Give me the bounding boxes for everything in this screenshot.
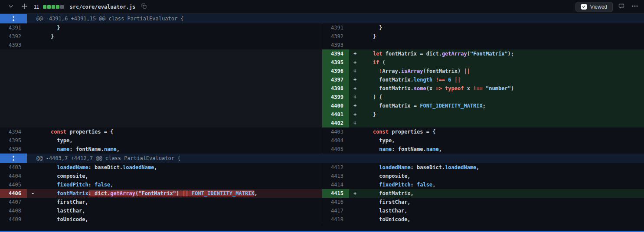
diff-marker (349, 206, 360, 215)
code-line: loadedName: baseDict.loadedName, (360, 163, 644, 172)
diff-marker (27, 75, 38, 84)
diff-row: 4392 }4392 } (0, 32, 644, 41)
diff-side-right: 4418 toUnicode, (322, 215, 644, 224)
line-number (0, 84, 27, 93)
code-line (38, 84, 322, 93)
line-number[interactable]: 4414 (322, 180, 349, 189)
diff-side-right: 4393 (322, 41, 644, 49)
line-number[interactable]: 4394 (0, 127, 27, 136)
line-number[interactable]: 4397 (322, 75, 349, 84)
line-number[interactable]: 4396 (322, 67, 349, 75)
diff-marker (27, 198, 38, 206)
line-number[interactable]: 4398 (322, 84, 349, 93)
code-line: firstChar, (360, 198, 644, 206)
comment-button[interactable] (617, 2, 626, 12)
line-number[interactable]: 4403 (0, 163, 27, 172)
diff-marker (349, 172, 360, 180)
line-number[interactable]: 4413 (322, 172, 349, 180)
diff-side-right: 4412 loadedName: baseDict.loadedName, (322, 163, 644, 172)
diff-row: 4396+ !Array.isArray(fontMatrix) || (0, 67, 644, 75)
line-number[interactable]: 4392 (322, 32, 349, 41)
line-number[interactable]: 4412 (322, 163, 349, 172)
viewed-checkbox[interactable] (581, 4, 587, 10)
diff-side-left (0, 67, 322, 75)
line-number[interactable]: 4417 (322, 206, 349, 215)
line-number[interactable]: 4395 (0, 136, 27, 145)
drag-handle[interactable] (20, 2, 29, 12)
code-line: fontMatrix.length !== 6 || (360, 75, 644, 84)
diff-side-left (0, 49, 322, 58)
line-number[interactable]: 4391 (0, 23, 27, 32)
code-line: !Array.isArray(fontMatrix) || (360, 67, 644, 75)
line-number (0, 49, 27, 58)
diff-marker (27, 136, 38, 145)
line-number[interactable]: 4418 (322, 215, 349, 224)
code-line: } (360, 32, 644, 41)
diff-marker: + (349, 58, 360, 67)
diff-marker (349, 41, 360, 49)
line-number[interactable]: 4391 (322, 23, 349, 32)
diff-side-right: 4391 } (322, 23, 644, 32)
line-number[interactable]: 4415 (322, 189, 349, 198)
code-line (38, 110, 322, 119)
expand-hunk-button[interactable] (0, 14, 27, 23)
line-number[interactable]: 4408 (0, 206, 27, 215)
viewed-toggle[interactable]: Viewed (575, 2, 613, 12)
line-number[interactable]: 4402 (322, 119, 349, 127)
collapse-file-button[interactable] (6, 2, 16, 12)
diff-side-right: 4416 firstChar, (322, 198, 644, 206)
diff-side-right: 4404 type, (322, 136, 644, 145)
code-line: firstChar, (38, 198, 322, 206)
line-number[interactable]: 4405 (0, 180, 27, 189)
diff-row: 4398+ fontMatrix.some(x => typeof x !== … (0, 84, 644, 93)
file-header: 11 src/core/evaluator.js Viewed (0, 0, 644, 14)
diff-side-right: 4396+ !Array.isArray(fontMatrix) || (322, 67, 644, 75)
diff-marker (27, 93, 38, 101)
line-number[interactable]: 4405 (322, 145, 349, 154)
line-number[interactable]: 4393 (0, 41, 27, 49)
line-number[interactable]: 4396 (0, 145, 27, 154)
diff-row: 4395+ if ( (0, 58, 644, 67)
line-number[interactable]: 4403 (322, 127, 349, 136)
code-line: composite, (360, 172, 644, 180)
hunk-header-row: @@ -4403,7 +4412,7 @@ class PartialEvalu… (0, 154, 644, 163)
code-line: const properties = { (38, 127, 322, 136)
code-line: const properties = { (360, 127, 644, 136)
line-number[interactable]: 4409 (0, 215, 27, 224)
file-options-button[interactable] (630, 2, 640, 12)
diffstat-square (47, 5, 51, 9)
unfold-icon (11, 155, 16, 161)
line-number (0, 58, 27, 67)
line-number[interactable]: 4404 (322, 136, 349, 145)
code-line (360, 41, 644, 49)
line-number[interactable]: 4416 (322, 198, 349, 206)
line-number[interactable]: 4395 (322, 58, 349, 67)
code-line: fixedPitch: false, (38, 180, 322, 189)
chevron-down-icon (8, 3, 14, 11)
diff-side-right: 4405 name: fontName.name, (322, 145, 644, 154)
copy-path-button[interactable] (139, 2, 149, 12)
line-number[interactable]: 4393 (322, 41, 349, 49)
line-number[interactable]: 4392 (0, 32, 27, 41)
line-number[interactable]: 4407 (0, 198, 27, 206)
file-name-link[interactable]: src/core/evaluator.js (69, 4, 135, 10)
diff-marker (27, 32, 38, 41)
line-number[interactable]: 4399 (322, 93, 349, 101)
hunk-header-text: @@ -4403,7 +4412,7 @@ class PartialEvalu… (27, 154, 180, 163)
diff-filler (0, 224, 644, 231)
line-number (0, 119, 27, 127)
diff-side-left: 4408 lastChar, (0, 206, 322, 215)
diff-row: 4409 toUnicode,4418 toUnicode, (0, 215, 644, 224)
diff-marker (349, 127, 360, 136)
diff-marker (349, 163, 360, 172)
expand-hunk-button[interactable] (0, 154, 27, 163)
diff-marker: + (349, 49, 360, 58)
diff-side-right: 4402+ (322, 119, 644, 127)
line-number[interactable]: 4406 (0, 189, 27, 198)
line-number[interactable]: 4394 (322, 49, 349, 58)
line-number[interactable]: 4400 (322, 101, 349, 110)
diffstat (43, 5, 64, 9)
code-line (38, 58, 322, 67)
line-number[interactable]: 4401 (322, 110, 349, 119)
line-number[interactable]: 4404 (0, 172, 27, 180)
